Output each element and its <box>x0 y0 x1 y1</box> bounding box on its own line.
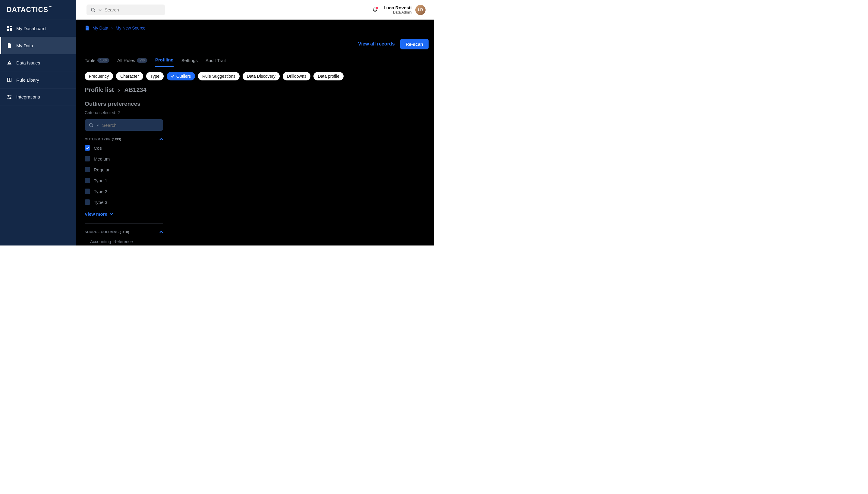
collapse-outlier-type[interactable] <box>160 137 163 141</box>
svg-rect-14 <box>86 27 88 27</box>
tab-table[interactable]: Table1500 <box>85 57 109 67</box>
chip-drilldowns[interactable]: Drilldowns <box>283 72 311 80</box>
nav-label: Data Issues <box>16 60 40 65</box>
chip-outliers[interactable]: Outliers <box>167 72 195 80</box>
check-regular[interactable]: Regular <box>85 167 172 172</box>
chevron-down-icon[interactable] <box>98 8 101 12</box>
check-medium[interactable]: Medium <box>85 156 172 162</box>
tab-settings[interactable]: Settings <box>181 57 198 67</box>
collapse-source-cols[interactable] <box>160 230 163 234</box>
user-name: Luca Rovesti <box>384 5 412 10</box>
svg-rect-7 <box>9 63 10 64</box>
svg-rect-5 <box>8 46 10 46</box>
sidebar-item-my-data[interactable]: My Data <box>0 37 76 54</box>
notifications-button[interactable] <box>372 7 377 13</box>
chevron-down-icon[interactable] <box>96 124 99 127</box>
svg-point-12 <box>91 8 94 11</box>
sidebar-item-integrations[interactable]: Integrations <box>0 88 76 106</box>
chevron-right-icon: › <box>111 25 113 31</box>
check-type-2[interactable]: Type 2 <box>85 189 172 194</box>
checkbox-icon <box>85 156 90 162</box>
warning-icon <box>7 60 12 65</box>
check-type-1[interactable]: Type 1 <box>85 178 172 183</box>
logo: DATACTICS™ <box>0 0 76 20</box>
checkbox-icon <box>85 200 90 205</box>
breadcrumb: My Data › My New Source <box>85 25 429 31</box>
checkbox-icon <box>85 189 90 194</box>
check-cos[interactable]: Cos <box>85 145 172 151</box>
view-more-button[interactable]: View more <box>85 211 172 216</box>
sliders-icon <box>7 94 12 100</box>
checkbox-icon <box>85 145 90 151</box>
content: My Data › My New Source View all records… <box>76 20 434 246</box>
file-icon <box>85 25 90 31</box>
search-box[interactable] <box>87 4 165 15</box>
checkbox-icon <box>85 178 90 183</box>
chip-type[interactable]: Type <box>146 72 164 80</box>
svg-point-16 <box>90 123 92 126</box>
view-all-records-link[interactable]: View all records <box>357 39 396 50</box>
tab-all-rules[interactable]: All Rules230 <box>117 57 147 67</box>
svg-point-9 <box>8 95 9 96</box>
search-icon <box>89 123 93 128</box>
book-icon <box>7 77 12 82</box>
nav-label: My Dashboard <box>16 26 46 31</box>
nav-label: My Data <box>16 43 33 48</box>
notification-dot <box>376 7 378 9</box>
svg-rect-6 <box>9 62 10 63</box>
search-input[interactable] <box>105 7 162 12</box>
avatar: LR <box>415 5 426 15</box>
file-icon <box>7 43 12 48</box>
sidebar-item-dashboard[interactable]: My Dashboard <box>0 20 76 37</box>
check-type-3[interactable]: Type 3 <box>85 200 172 205</box>
topbar: Luca Rovesti Data Admin LR <box>76 0 434 20</box>
nav-label: Integrations <box>16 94 40 99</box>
criteria-selected: Criteria selected: 2 <box>85 110 172 115</box>
chevron-right-icon: › <box>118 87 120 93</box>
svg-rect-1 <box>10 26 12 27</box>
svg-line-17 <box>92 126 93 127</box>
tab-profiling[interactable]: Profiling <box>155 57 173 67</box>
dashboard-icon <box>7 25 12 31</box>
chip-row: FrequencyCharacterTypeOutliersRule Sugge… <box>85 72 429 80</box>
tab-audit-trail[interactable]: Audit Trail <box>206 57 226 67</box>
svg-rect-2 <box>10 28 12 31</box>
chip-rule-suggestions[interactable]: Rule Suggestions <box>198 72 240 80</box>
chip-data-discovery[interactable]: Data Discovery <box>243 72 280 80</box>
chip-character[interactable]: Character <box>116 72 143 80</box>
source-column-item[interactable]: Accounting_Reference <box>85 239 172 244</box>
nav-label: Rule Libary <box>16 77 39 82</box>
profile-list-path: Profile list › AB1234 <box>85 87 429 93</box>
prefs-search-input[interactable] <box>102 122 160 128</box>
chip-frequency[interactable]: Frequency <box>85 72 113 80</box>
svg-rect-3 <box>7 28 9 31</box>
prefs-title: Outliers preferences <box>85 101 172 107</box>
chip-data-profile[interactable]: Data profile <box>313 72 344 80</box>
tabs: Table1500 All Rules230 Profiling Setting… <box>85 57 429 67</box>
sidebar-item-rule-library[interactable]: Rule Libary <box>0 71 76 88</box>
crumb-my-data[interactable]: My Data <box>93 25 108 31</box>
rescan-button[interactable]: Re-scan <box>400 39 429 50</box>
search-icon <box>91 7 95 12</box>
outlier-preferences: Outliers preferences Criteria selected: … <box>85 101 172 244</box>
svg-point-11 <box>10 98 11 99</box>
svg-line-13 <box>94 11 95 12</box>
checkbox-icon <box>85 167 90 172</box>
svg-rect-4 <box>8 45 10 45</box>
sidebar-item-data-issues[interactable]: Data Issues <box>0 54 76 71</box>
crumb-source[interactable]: My New Source <box>116 25 146 31</box>
sidebar: DATACTICS™ My Dashboard My Data Data Iss… <box>0 0 76 246</box>
user-role: Data Admin <box>384 10 412 15</box>
svg-rect-0 <box>7 26 9 28</box>
nav: My Dashboard My Data Data Issues Rule Li… <box>0 20 76 106</box>
prefs-search[interactable] <box>85 119 163 131</box>
user-menu[interactable]: Luca Rovesti Data Admin LR <box>384 5 426 15</box>
